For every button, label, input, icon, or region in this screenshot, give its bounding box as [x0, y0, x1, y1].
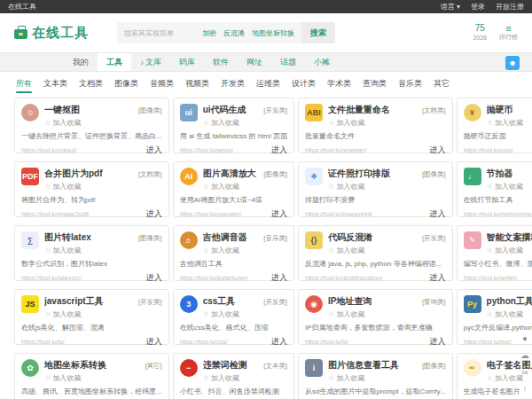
tool-title[interactable]: IP地址查询 [328, 295, 372, 308]
tool-title[interactable]: 智能文案撰稿 [487, 231, 532, 244]
add-favorite-button[interactable]: ☆ 加入收藏 [487, 118, 532, 128]
hot-link[interactable]: 地图坐标转换 [252, 28, 294, 38]
register-link[interactable]: 开放注册 [496, 2, 524, 12]
enter-link[interactable]: 进入 [430, 336, 446, 348]
tool-title[interactable]: 一键抠图 [44, 104, 80, 116]
tool-url[interactable]: https://tool.lu/metronome/ [464, 211, 532, 217]
category-查询类[interactable]: 查询类 [363, 73, 387, 96]
tab-我的[interactable]: 我的 [64, 53, 98, 71]
category-所有[interactable]: 所有 [16, 73, 32, 96]
add-favorite-button[interactable]: ☆ 加入收藏 [203, 118, 287, 128]
search-input[interactable] [117, 29, 195, 37]
tool-url[interactable]: https://tool.lu/image2pdf/ [21, 211, 89, 217]
tool-card[interactable]: i 图片信息查看工具 [图像类] ☆ 加入收藏 从sd生成的图片中提取promp… [298, 353, 453, 399]
tool-url[interactable]: https://tool.lu/writer/ [464, 275, 518, 281]
add-favorite-button[interactable]: ☆ 加入收藏 [328, 373, 446, 383]
tool-card[interactable]: ☺ 一键抠图 [图像类] ☆ 加入收藏 一键去除照片背景、证件照换背景、商品白.… [14, 98, 169, 153]
category-文本类[interactable]: 文本类 [43, 73, 67, 96]
tool-card[interactable]: 3 css工具 [开发类] ☆ 加入收藏 在线css美化、格式化、压缩 http… [173, 289, 294, 345]
category-学术类[interactable]: 学术类 [327, 73, 351, 96]
category-文档类[interactable]: 文档类 [79, 73, 103, 96]
tab-小摊[interactable]: 小摊 [305, 53, 339, 71]
tool-title[interactable]: 证件照打印排版 [328, 168, 390, 180]
category-音频类[interactable]: 音频类 [150, 73, 174, 96]
tool-title[interactable]: 图片高清放大 [203, 168, 256, 180]
tool-card[interactable]: ❖ 证件照打印排版 [图像类] ☆ 加入收藏 排版打印不浪费 https://t… [298, 161, 453, 217]
ranking-button[interactable]: ≡ 排行榜 [499, 24, 518, 42]
tool-url[interactable]: https://tool.lu/pyc/ [464, 339, 512, 345]
tab-码库[interactable]: 码库 [170, 53, 204, 71]
tool-card[interactable]: ∑ 图片转latex [图像类] ☆ 加入收藏 数学公式识别，图片转latex … [14, 225, 169, 281]
cloud-icon[interactable]: ☁ [520, 351, 529, 360]
tool-card[interactable]: AI 图片高清放大 [图像类] ☆ 加入收藏 使用AI将图片放大1倍~4倍 ht… [173, 161, 294, 217]
enter-link[interactable]: 进入 [271, 272, 287, 284]
tab-话题[interactable]: 话题 [271, 53, 305, 71]
add-favorite-button[interactable]: ☆ 加入收藏 [44, 182, 162, 192]
enter-link[interactable]: 进入 [271, 145, 287, 156]
search-button[interactable]: 搜索 [301, 22, 335, 43]
add-favorite-button[interactable]: ☆ 加入收藏 [328, 309, 446, 319]
category-视频类[interactable]: 视频类 [185, 73, 209, 96]
tab-软件[interactable]: 软件 [204, 53, 238, 71]
add-favorite-button[interactable]: ☆ 加入收藏 [487, 309, 532, 319]
tool-title[interactable]: ui代码生成 [203, 104, 246, 116]
tool-title[interactable]: 违禁词检测 [203, 359, 247, 372]
tool-card[interactable]: ✎ 智能文案撰稿 [文本类] ☆ 加入收藏 编写小红书、微博、朋友圈、热点评论等… [457, 225, 532, 281]
tool-card[interactable]: ♬ 吉他调音器 [音乐类] ☆ 加入收藏 吉他调音工具 https://tool… [173, 225, 294, 281]
topbar-brand[interactable]: 在线工具 [8, 2, 36, 12]
tool-card[interactable]: ABI 文件批量重命名 [文档类] ☆ 加入收藏 批量重命名文件 https:/… [298, 98, 453, 153]
tool-card[interactable]: ♩ 节拍器 [音乐类] ☆ 加入收藏 在线打节拍工具 https://tool.… [457, 161, 532, 217]
category-其它[interactable]: 其它 [434, 73, 450, 96]
tool-title[interactable]: 节拍器 [487, 168, 513, 180]
enter-link[interactable]: 进入 [271, 336, 287, 348]
tool-url[interactable]: https://tool.lu/renamer/ [305, 147, 367, 153]
add-favorite-button[interactable]: ☆ 加入收藏 [44, 373, 162, 383]
tool-card[interactable]: JS javascript工具 [开发类] ☆ 加入收藏 在线js美化、解压缩、… [14, 289, 169, 345]
tool-url[interactable]: https://tool.lu/js/ [21, 339, 65, 345]
category-设计类[interactable]: 设计类 [292, 73, 316, 96]
tool-url[interactable]: https://tool.lu/imageprint/ [305, 211, 372, 217]
tool-card[interactable]: ui ui代码生成 [开发类] ☆ 加入收藏 用 ai 生成 tailwindc… [173, 98, 294, 153]
tool-url[interactable]: https://tool.lu/coin/ [464, 147, 513, 153]
enter-link[interactable]: 进入 [430, 272, 446, 284]
enter-link[interactable]: 进入 [146, 272, 162, 284]
add-favorite-button[interactable]: ☆ 加入收藏 [44, 309, 162, 319]
add-favorite-button[interactable]: ☆ 加入收藏 [328, 182, 446, 192]
tool-url[interactable]: https://tool.lu/latexocr/ [21, 275, 82, 281]
mouse-icon[interactable]: ● [522, 334, 528, 343]
rank-counter[interactable]: 75 2026 [473, 23, 487, 42]
add-favorite-button[interactable]: ☆ 加入收藏 [487, 246, 532, 255]
tool-card[interactable]: − 违禁词检测 [文本类] ☆ 加入收藏 小红书、抖音、闲鱼违禁词检测 [173, 353, 294, 399]
add-favorite-button[interactable]: ☆ 加入收藏 [44, 118, 162, 128]
category-图像类[interactable]: 图像类 [114, 73, 138, 96]
enter-link[interactable]: 进入 [430, 208, 446, 220]
enter-link[interactable]: 进入 [430, 145, 446, 156]
tool-title[interactable]: python工具 [487, 295, 532, 308]
add-favorite-button[interactable]: ☆ 加入收藏 [203, 246, 287, 255]
hot-link[interactable]: 加密 [202, 28, 216, 38]
language-menu[interactable]: 语言 ▾ [441, 2, 460, 12]
enter-link[interactable]: 进入 [146, 336, 162, 348]
tool-title[interactable]: css工具 [203, 295, 236, 308]
tool-title[interactable]: 图片信息查看工具 [328, 359, 399, 372]
tool-title[interactable]: 抛硬币 [487, 104, 513, 116]
tool-title[interactable]: javascript工具 [44, 295, 104, 308]
tool-card[interactable]: {} 代码反混淆 [开发类] ☆ 加入收藏 反混淆 java, js, php,… [298, 225, 453, 281]
tool-title[interactable]: 地图坐标系转换 [44, 359, 106, 372]
tab-工具[interactable]: 工具 [98, 53, 131, 71]
category-运维类[interactable]: 运维类 [256, 73, 280, 96]
tool-url[interactable]: https://tool.lu/cutout/ [21, 147, 77, 153]
login-link[interactable]: 登录 [471, 2, 485, 12]
tab-网址[interactable]: 网址 [238, 53, 271, 71]
back-to-top-icon[interactable]: ↑ [523, 385, 528, 394]
tool-card[interactable]: PDF 合并图片为pdf [文档类] ☆ 加入收藏 将图片合并为、转为pdf h… [14, 161, 169, 217]
glasses-icon[interactable]: ∞ [521, 368, 528, 377]
enter-link[interactable]: 进入 [146, 145, 162, 156]
tool-title[interactable]: 代码反混淆 [328, 231, 372, 244]
tool-title[interactable]: 文件批量重命名 [328, 104, 390, 116]
add-favorite-button[interactable]: ☆ 加入收藏 [203, 373, 287, 383]
tool-url[interactable]: https://tool.lu/guitartuner/ [180, 275, 248, 281]
add-favorite-button[interactable]: ☆ 加入收藏 [203, 309, 287, 319]
tab-文库[interactable]: ♪文库 [131, 53, 170, 71]
site-logo[interactable]: 在线工具 [14, 25, 89, 42]
